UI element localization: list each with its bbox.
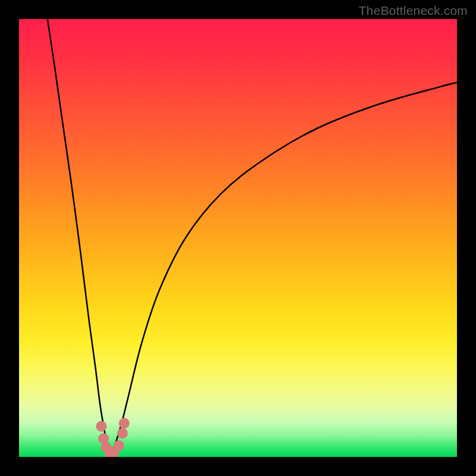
plot-area — [19, 19, 457, 457]
data-marker — [96, 421, 107, 431]
data-marker — [117, 428, 128, 439]
data-marker — [114, 440, 124, 451]
chart-svg — [19, 19, 457, 457]
watermark-text: TheBottleneck.com — [359, 4, 468, 18]
curve-left-branch — [48, 19, 111, 455]
curve-right-branch — [111, 83, 457, 455]
marker-group — [96, 418, 129, 457]
data-marker — [119, 418, 130, 428]
chart-frame: TheBottleneck.com — [0, 0, 476, 476]
